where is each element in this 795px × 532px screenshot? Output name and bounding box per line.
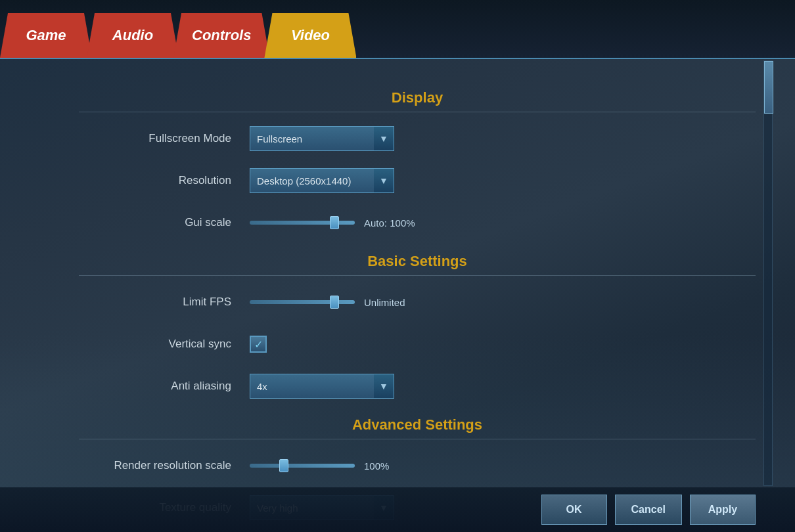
resolution-value: Desktop (2560x1440) bbox=[257, 175, 374, 187]
gui-scale-slider-container: Auto: 100% bbox=[250, 217, 417, 229]
basic-divider bbox=[79, 275, 756, 276]
render-resolution-label: Render resolution scale bbox=[79, 459, 250, 472]
resolution-row: Resolution Desktop (2560x1440) ▼ bbox=[79, 166, 756, 195]
vertical-sync-checkbox[interactable] bbox=[250, 336, 267, 353]
fullscreen-mode-arrow: ▼ bbox=[374, 127, 394, 150]
vertical-sync-label: Vertical sync bbox=[79, 338, 250, 351]
limit-fps-thumb[interactable] bbox=[330, 296, 339, 309]
gui-scale-control: Auto: 100% bbox=[250, 217, 756, 229]
render-resolution-control: 100% bbox=[250, 460, 756, 472]
scrollbar-area bbox=[761, 60, 775, 486]
anti-aliasing-arrow: ▼ bbox=[374, 374, 394, 398]
advanced-divider bbox=[79, 439, 756, 439]
limit-fps-control: Unlimited bbox=[250, 297, 756, 308]
limit-fps-row: Limit FPS Unlimited bbox=[79, 288, 756, 317]
apply-button[interactable]: Apply bbox=[690, 495, 756, 525]
cancel-button[interactable]: Cancel bbox=[615, 495, 682, 525]
tab-controls[interactable]: Controls bbox=[173, 13, 269, 58]
anti-aliasing-value: 4x bbox=[257, 381, 374, 392]
render-resolution-thumb[interactable] bbox=[279, 459, 288, 472]
limit-fps-slider-container: Unlimited bbox=[250, 297, 417, 308]
anti-aliasing-dropdown[interactable]: 4x ▼ bbox=[250, 374, 394, 399]
render-resolution-row: Render resolution scale 100% bbox=[79, 451, 756, 480]
ok-button[interactable]: OK bbox=[541, 495, 607, 525]
display-divider bbox=[79, 112, 756, 112]
bottom-bar: OK Cancel Apply bbox=[0, 487, 795, 532]
content-area: Display Fullscreen Mode Fullscreen ▼ Res… bbox=[0, 60, 795, 532]
fullscreen-mode-value: Fullscreen bbox=[257, 133, 374, 144]
scrollbar-thumb[interactable] bbox=[764, 61, 773, 114]
limit-fps-label: Limit FPS bbox=[79, 296, 250, 309]
display-section-title: Display bbox=[79, 89, 756, 106]
resolution-control: Desktop (2560x1440) ▼ bbox=[250, 168, 756, 193]
gui-scale-track[interactable] bbox=[250, 221, 355, 225]
render-resolution-value: 100% bbox=[364, 460, 417, 472]
vertical-sync-control bbox=[250, 336, 756, 353]
resolution-arrow: ▼ bbox=[374, 169, 394, 192]
settings-panel: Display Fullscreen Mode Fullscreen ▼ Res… bbox=[0, 60, 795, 532]
advanced-section-title: Advanced Settings bbox=[79, 416, 756, 433]
tab-audio[interactable]: Audio bbox=[87, 13, 179, 58]
limit-fps-value: Unlimited bbox=[364, 297, 417, 308]
tab-bar: Game Audio Controls Video bbox=[0, 0, 795, 59]
gui-scale-thumb[interactable] bbox=[330, 216, 339, 229]
resolution-label: Resolution bbox=[79, 174, 250, 187]
scrollbar-track[interactable] bbox=[763, 60, 773, 486]
gui-scale-value: Auto: 100% bbox=[364, 217, 417, 229]
fullscreen-mode-row: Fullscreen Mode Fullscreen ▼ bbox=[79, 124, 756, 153]
tab-game[interactable]: Game bbox=[0, 13, 92, 58]
gui-scale-row: Gui scale Auto: 100% bbox=[79, 208, 756, 237]
gui-scale-label: Gui scale bbox=[79, 216, 250, 229]
fullscreen-mode-control: Fullscreen ▼ bbox=[250, 126, 756, 151]
main-background: Game Audio Controls Video Display Fullsc… bbox=[0, 0, 795, 532]
fullscreen-mode-dropdown[interactable]: Fullscreen ▼ bbox=[250, 126, 394, 151]
render-resolution-slider-container: 100% bbox=[250, 460, 417, 472]
basic-section-title: Basic Settings bbox=[79, 253, 756, 270]
resolution-dropdown[interactable]: Desktop (2560x1440) ▼ bbox=[250, 168, 394, 193]
vertical-sync-row: Vertical sync bbox=[79, 330, 756, 359]
anti-aliasing-control: 4x ▼ bbox=[250, 374, 756, 399]
anti-aliasing-row: Anti aliasing 4x ▼ bbox=[79, 372, 756, 401]
limit-fps-track[interactable] bbox=[250, 300, 355, 304]
anti-aliasing-label: Anti aliasing bbox=[79, 380, 250, 393]
fullscreen-mode-label: Fullscreen Mode bbox=[79, 132, 250, 145]
render-resolution-track[interactable] bbox=[250, 464, 355, 468]
tab-video[interactable]: Video bbox=[264, 13, 356, 58]
